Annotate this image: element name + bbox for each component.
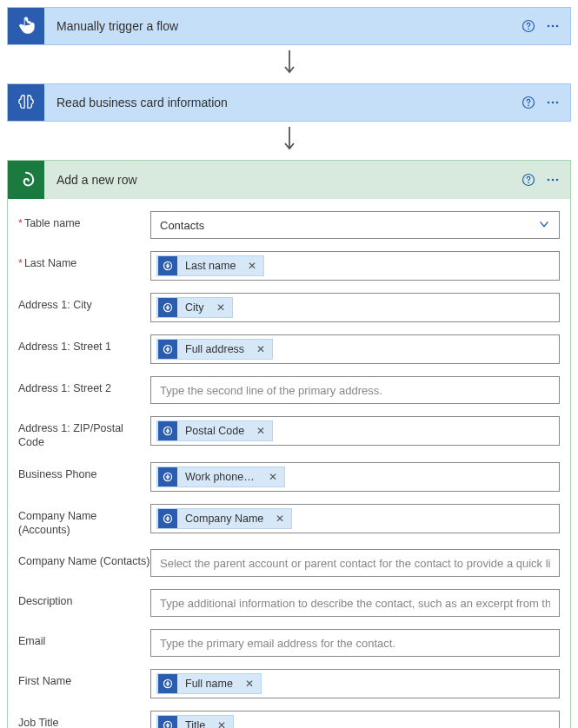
token-remove[interactable]: ✕ <box>251 425 272 437</box>
token-remove[interactable]: ✕ <box>240 678 261 690</box>
input-street1[interactable]: Full address ✕ <box>150 334 560 364</box>
input-job-title[interactable]: Title ✕ <box>150 711 560 728</box>
token-icon <box>158 256 177 275</box>
token-company-name[interactable]: Company Name ✕ <box>156 508 292 529</box>
token-remove[interactable]: ✕ <box>211 301 232 314</box>
action-manually-trigger[interactable]: Manually trigger a flow <box>7 7 571 45</box>
action-title: Manually trigger a flow <box>44 19 522 33</box>
token-icon <box>158 340 177 359</box>
token-last-name[interactable]: Last name ✕ <box>156 255 264 276</box>
input-company-contacts[interactable] <box>150 549 560 577</box>
input-company-accounts[interactable]: Company Name ✕ <box>150 504 560 533</box>
action-title: Add a new row <box>44 173 522 187</box>
label-street2: Address 1: Street 2 <box>18 376 150 395</box>
token-title[interactable]: Title ✕ <box>156 715 234 728</box>
input-description[interactable] <box>150 589 560 617</box>
connector-arrow <box>7 122 571 160</box>
token-icon <box>158 674 177 693</box>
more-icon[interactable] <box>546 19 560 33</box>
label-description: Description <box>18 589 150 608</box>
token-city[interactable]: City ✕ <box>156 297 233 318</box>
help-icon[interactable] <box>522 96 535 109</box>
token-remove[interactable]: ✕ <box>263 471 284 483</box>
input-street2[interactable] <box>150 376 560 404</box>
more-icon[interactable] <box>546 173 560 187</box>
token-full-name[interactable]: Full name ✕ <box>156 673 262 694</box>
label-company-accounts: Company Name (Accounts) <box>18 504 150 538</box>
token-icon <box>158 716 177 728</box>
dataverse-icon <box>8 161 44 199</box>
help-icon[interactable] <box>522 173 535 187</box>
action-title: Read business card information <box>44 96 522 109</box>
input-business-phone[interactable]: Work phone a... ✕ <box>150 462 560 492</box>
table-name-select[interactable]: Contacts <box>150 211 560 239</box>
brain-icon <box>8 83 44 122</box>
token-postal-code[interactable]: Postal Code ✕ <box>156 420 273 441</box>
label-zip: Address 1: ZIP/Postal Code <box>18 416 150 450</box>
action-header[interactable]: Add a new row <box>8 161 570 199</box>
label-job-title: Job Title <box>18 711 150 728</box>
input-city[interactable]: City ✕ <box>150 293 560 322</box>
token-remove[interactable]: ✕ <box>251 343 272 355</box>
tap-icon <box>8 7 44 45</box>
label-street1: Address 1: Street 1 <box>18 334 150 354</box>
label-company-contacts: Company Name (Contacts) <box>18 549 150 568</box>
token-icon <box>158 467 177 486</box>
table-name-value: Contacts <box>160 219 204 232</box>
input-email[interactable] <box>150 629 560 657</box>
token-icon <box>158 421 177 440</box>
label-city: Address 1: City <box>18 293 150 312</box>
action-add-new-row: Add a new row *Table name Contacts *Last… <box>7 160 571 728</box>
token-work-phone[interactable]: Work phone a... ✕ <box>156 467 285 487</box>
connector-arrow <box>7 45 571 83</box>
input-first-name[interactable]: Full name ✕ <box>150 669 560 698</box>
input-zip[interactable]: Postal Code ✕ <box>150 416 560 446</box>
label-first-name: First Name <box>18 669 150 688</box>
token-full-address[interactable]: Full address ✕ <box>156 339 273 360</box>
action-read-business-card[interactable]: Read business card information <box>7 83 571 122</box>
token-icon <box>158 298 177 317</box>
label-last-name: *Last Name <box>18 251 150 270</box>
label-email: Email <box>18 629 150 648</box>
label-business-phone: Business Phone <box>18 462 150 481</box>
token-remove[interactable]: ✕ <box>242 260 263 272</box>
token-remove[interactable]: ✕ <box>212 719 233 728</box>
input-last-name[interactable]: Last name ✕ <box>150 251 560 281</box>
chevron-down-icon <box>538 218 550 233</box>
label-table-name: *Table name <box>18 211 150 230</box>
help-icon[interactable] <box>522 19 535 33</box>
token-remove[interactable]: ✕ <box>270 513 291 525</box>
more-icon[interactable] <box>546 96 560 109</box>
token-icon <box>158 509 177 528</box>
